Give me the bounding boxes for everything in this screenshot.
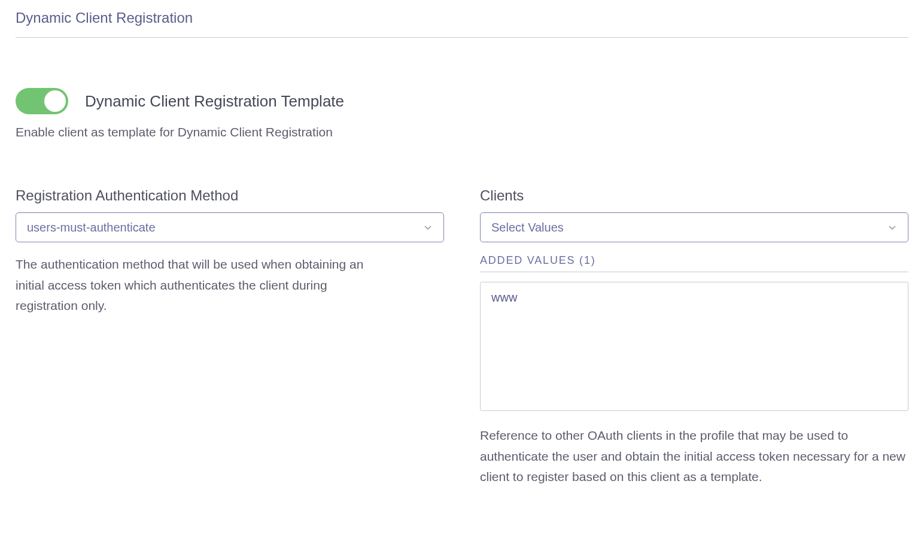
dcr-template-toggle[interactable] [16, 88, 68, 114]
section-divider [16, 37, 908, 38]
added-values-header: ADDED VALUES (1) [480, 254, 908, 267]
clients-select-placeholder: Select Values [491, 221, 564, 235]
chevron-down-icon [887, 223, 897, 232]
dcr-template-toggle-row: Dynamic Client Registration Template [16, 88, 908, 114]
added-value-item[interactable]: www [491, 291, 897, 305]
added-values-box[interactable]: www [480, 282, 908, 411]
auth-method-description: The authentication method that will be u… [16, 254, 387, 316]
added-values-divider [480, 272, 908, 272]
auth-method-column: Registration Authentication Method users… [16, 187, 444, 316]
clients-description: Reference to other OAuth clients in the … [480, 425, 908, 488]
chevron-down-icon [423, 223, 433, 232]
fields-columns: Registration Authentication Method users… [16, 187, 908, 488]
clients-column: Clients Select Values ADDED VALUES (1) w… [480, 187, 908, 488]
clients-select[interactable]: Select Values [480, 212, 908, 242]
clients-label: Clients [480, 187, 908, 204]
section-title: Dynamic Client Registration [16, 10, 908, 26]
auth-method-select[interactable]: users-must-authenticate [16, 212, 444, 242]
dcr-template-description: Enable client as template for Dynamic Cl… [16, 125, 908, 139]
dynamic-client-registration-section: Dynamic Client Registration Dynamic Clie… [0, 0, 924, 512]
toggle-knob [44, 90, 66, 112]
auth-method-value: users-must-authenticate [27, 221, 156, 235]
dcr-template-toggle-label: Dynamic Client Registration Template [85, 92, 344, 111]
auth-method-label: Registration Authentication Method [16, 187, 444, 204]
